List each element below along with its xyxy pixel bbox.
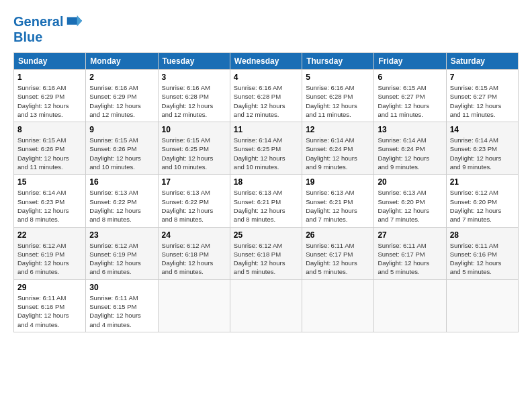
calendar-week-2: 8Sunrise: 6:15 AMSunset: 6:26 PMDaylight… <box>14 122 519 175</box>
calendar-cell: 16Sunrise: 6:13 AMSunset: 6:22 PMDayligh… <box>86 175 158 227</box>
day-header-wednesday: Wednesday <box>230 53 302 70</box>
calendar-week-5: 29Sunrise: 6:11 AMSunset: 6:16 PMDayligh… <box>14 279 519 332</box>
day-number: 16 <box>89 177 154 187</box>
day-info: Sunrise: 6:13 AMSunset: 6:22 PMDaylight:… <box>162 188 226 224</box>
day-number: 8 <box>17 125 82 134</box>
day-number: 26 <box>306 230 370 240</box>
day-header-saturday: Saturday <box>446 53 518 70</box>
day-info: Sunrise: 6:13 AMSunset: 6:21 PMDaylight:… <box>234 188 298 224</box>
day-info: Sunrise: 6:14 AMSunset: 6:23 PMDaylight:… <box>450 136 515 171</box>
calendar-cell: 5Sunrise: 6:16 AMSunset: 6:28 PMDaylight… <box>302 70 374 122</box>
day-info: Sunrise: 6:11 AMSunset: 6:16 PMDaylight:… <box>450 241 515 277</box>
calendar-cell: 26Sunrise: 6:11 AMSunset: 6:17 PMDayligh… <box>302 227 374 279</box>
day-number: 29 <box>17 283 82 292</box>
day-info: Sunrise: 6:15 AMSunset: 6:27 PMDaylight:… <box>450 83 515 119</box>
day-info: Sunrise: 6:16 AMSunset: 6:28 PMDaylight:… <box>162 83 226 119</box>
calendar-cell: 17Sunrise: 6:13 AMSunset: 6:22 PMDayligh… <box>158 175 230 227</box>
day-info: Sunrise: 6:16 AMSunset: 6:28 PMDaylight:… <box>306 83 370 119</box>
calendar-week-3: 15Sunrise: 6:14 AMSunset: 6:23 PMDayligh… <box>14 175 519 227</box>
day-number: 12 <box>306 125 370 134</box>
logo-text: General <box>13 14 63 29</box>
calendar-cell: 29Sunrise: 6:11 AMSunset: 6:16 PMDayligh… <box>14 279 86 332</box>
calendar-cell: 24Sunrise: 6:12 AMSunset: 6:18 PMDayligh… <box>158 227 230 279</box>
header: General Blue <box>13 12 519 44</box>
day-header-tuesday: Tuesday <box>158 53 230 70</box>
calendar-cell <box>230 279 302 332</box>
calendar-cell <box>158 279 230 332</box>
calendar-cell <box>302 279 374 332</box>
calendar-cell: 18Sunrise: 6:13 AMSunset: 6:21 PMDayligh… <box>230 175 302 227</box>
day-number: 30 <box>89 283 154 292</box>
day-info: Sunrise: 6:14 AMSunset: 6:24 PMDaylight:… <box>378 136 442 171</box>
day-info: Sunrise: 6:16 AMSunset: 6:29 PMDaylight:… <box>89 83 154 119</box>
day-info: Sunrise: 6:12 AMSunset: 6:18 PMDaylight:… <box>162 241 226 277</box>
calendar-cell: 9Sunrise: 6:15 AMSunset: 6:26 PMDaylight… <box>86 122 158 175</box>
day-number: 18 <box>234 177 298 187</box>
day-number: 23 <box>89 230 154 240</box>
calendar-cell: 27Sunrise: 6:11 AMSunset: 6:17 PMDayligh… <box>374 227 446 279</box>
day-info: Sunrise: 6:13 AMSunset: 6:21 PMDaylight:… <box>306 188 370 224</box>
day-info: Sunrise: 6:14 AMSunset: 6:24 PMDaylight:… <box>306 136 370 171</box>
calendar-cell: 1Sunrise: 6:16 AMSunset: 6:29 PMDaylight… <box>14 70 86 122</box>
calendar-cell: 28Sunrise: 6:11 AMSunset: 6:16 PMDayligh… <box>446 227 518 279</box>
day-info: Sunrise: 6:12 AMSunset: 6:19 PMDaylight:… <box>89 241 154 277</box>
calendar-cell: 14Sunrise: 6:14 AMSunset: 6:23 PMDayligh… <box>446 122 518 175</box>
day-header-friday: Friday <box>374 53 446 70</box>
calendar-cell <box>374 279 446 332</box>
day-number: 6 <box>378 73 442 82</box>
calendar-cell: 22Sunrise: 6:12 AMSunset: 6:19 PMDayligh… <box>14 227 86 279</box>
day-number: 20 <box>378 177 442 187</box>
day-info: Sunrise: 6:12 AMSunset: 6:18 PMDaylight:… <box>234 241 298 277</box>
day-number: 22 <box>17 230 82 240</box>
day-info: Sunrise: 6:16 AMSunset: 6:28 PMDaylight:… <box>234 83 298 119</box>
day-number: 10 <box>162 125 226 134</box>
calendar-week-4: 22Sunrise: 6:12 AMSunset: 6:19 PMDayligh… <box>14 227 519 279</box>
calendar-cell: 23Sunrise: 6:12 AMSunset: 6:19 PMDayligh… <box>86 227 158 279</box>
day-number: 3 <box>162 73 226 82</box>
calendar-cell <box>446 279 518 332</box>
calendar-table: SundayMondayTuesdayWednesdayThursdayFrid… <box>13 52 519 332</box>
day-number: 11 <box>234 125 298 134</box>
day-number: 13 <box>378 125 442 134</box>
calendar-cell: 10Sunrise: 6:15 AMSunset: 6:25 PMDayligh… <box>158 122 230 175</box>
calendar-cell: 3Sunrise: 6:16 AMSunset: 6:28 PMDaylight… <box>158 70 230 122</box>
day-number: 1 <box>17 73 82 82</box>
day-header-sunday: Sunday <box>14 53 86 70</box>
day-info: Sunrise: 6:11 AMSunset: 6:16 PMDaylight:… <box>17 293 82 329</box>
calendar-cell: 11Sunrise: 6:14 AMSunset: 6:25 PMDayligh… <box>230 122 302 175</box>
day-info: Sunrise: 6:13 AMSunset: 6:20 PMDaylight:… <box>378 188 442 224</box>
logo-icon <box>64 12 83 31</box>
day-info: Sunrise: 6:11 AMSunset: 6:17 PMDaylight:… <box>378 241 442 277</box>
calendar-cell: 19Sunrise: 6:13 AMSunset: 6:21 PMDayligh… <box>302 175 374 227</box>
logo: General Blue <box>13 12 83 44</box>
day-number: 9 <box>89 125 154 134</box>
day-number: 27 <box>378 230 442 240</box>
day-info: Sunrise: 6:11 AMSunset: 6:15 PMDaylight:… <box>89 293 154 329</box>
day-info: Sunrise: 6:12 AMSunset: 6:19 PMDaylight:… <box>17 241 82 277</box>
day-number: 25 <box>234 230 298 240</box>
svg-marker-1 <box>77 15 82 27</box>
day-number: 17 <box>162 177 226 187</box>
day-info: Sunrise: 6:15 AMSunset: 6:25 PMDaylight:… <box>162 136 226 171</box>
logo-text2: Blue <box>13 30 83 44</box>
day-number: 21 <box>450 177 515 187</box>
calendar-week-1: 1Sunrise: 6:16 AMSunset: 6:29 PMDaylight… <box>14 70 519 122</box>
calendar-cell: 6Sunrise: 6:15 AMSunset: 6:27 PMDaylight… <box>374 70 446 122</box>
calendar-header-row: SundayMondayTuesdayWednesdayThursdayFrid… <box>14 53 519 70</box>
page: General Blue SundayMondayTuesdayWednesda… <box>0 0 532 339</box>
day-number: 28 <box>450 230 515 240</box>
day-header-thursday: Thursday <box>302 53 374 70</box>
day-number: 5 <box>306 73 370 82</box>
calendar-cell: 8Sunrise: 6:15 AMSunset: 6:26 PMDaylight… <box>14 122 86 175</box>
day-number: 24 <box>162 230 226 240</box>
calendar-cell: 2Sunrise: 6:16 AMSunset: 6:29 PMDaylight… <box>86 70 158 122</box>
day-info: Sunrise: 6:14 AMSunset: 6:23 PMDaylight:… <box>17 188 82 224</box>
day-info: Sunrise: 6:14 AMSunset: 6:25 PMDaylight:… <box>234 136 298 171</box>
day-info: Sunrise: 6:15 AMSunset: 6:26 PMDaylight:… <box>89 136 154 171</box>
day-number: 15 <box>17 177 82 187</box>
day-number: 19 <box>306 177 370 187</box>
calendar-cell: 13Sunrise: 6:14 AMSunset: 6:24 PMDayligh… <box>374 122 446 175</box>
calendar-cell: 25Sunrise: 6:12 AMSunset: 6:18 PMDayligh… <box>230 227 302 279</box>
calendar-cell: 7Sunrise: 6:15 AMSunset: 6:27 PMDaylight… <box>446 70 518 122</box>
day-header-monday: Monday <box>86 53 158 70</box>
